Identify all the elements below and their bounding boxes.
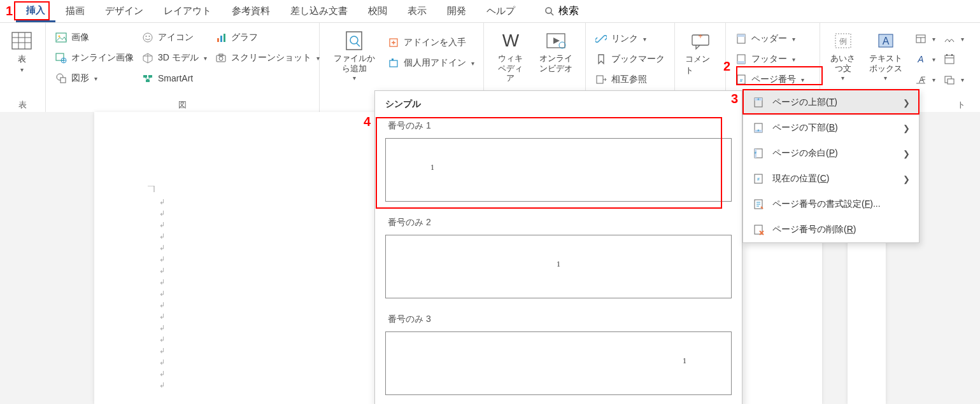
tab-developer[interactable]: 開発 — [437, 1, 476, 21]
gallery-item-2[interactable]: 番号のみ 2 1 — [375, 213, 742, 310]
shapes-button[interactable]: 図形▾ — [55, 70, 134, 87]
chevron-right-icon: ❯ — [903, 123, 910, 133]
svg-point-15 — [149, 36, 150, 37]
gallery-item-1-num: 1 — [430, 163, 434, 172]
submenu-top-of-page[interactable]: # ページの上部(T) ❯ — [743, 90, 919, 115]
bookmark-button[interactable]: ブックマーク — [595, 51, 665, 67]
tab-help[interactable]: ヘルプ — [476, 1, 525, 21]
page-number-button[interactable]: # ページ番号▾ — [735, 71, 804, 88]
gallery-item-1-preview: 1 — [385, 138, 732, 202]
link-button[interactable]: リンク▾ — [595, 31, 665, 47]
quick-parts-button[interactable]: ▾ — [914, 31, 935, 47]
submenu-current-position[interactable]: # 現在の位置(C) ❯ — [743, 166, 919, 192]
gallery-item-3[interactable]: 番号のみ 3 1 — [375, 310, 742, 404]
crossref-button[interactable]: 相互参照 — [595, 71, 665, 88]
svg-rect-40 — [737, 61, 745, 64]
chevron-down-icon: ▾ — [642, 36, 646, 43]
svg-text:#: # — [755, 151, 756, 155]
header-label: ヘッダー — [751, 33, 787, 45]
page-top-icon: # — [752, 96, 765, 109]
submenu-format[interactable]: ページ番号の書式設定(F)... — [743, 192, 919, 217]
search-icon — [544, 6, 555, 17]
pictures-button[interactable]: 画像 — [55, 29, 134, 46]
svg-rect-18 — [146, 80, 150, 82]
svg-rect-19 — [217, 38, 219, 42]
chevron-down-icon: ▾ — [931, 56, 935, 63]
3d-models-label: 3D モデル — [158, 52, 199, 64]
wordart-button[interactable]: A▾ — [914, 51, 935, 67]
datetime-icon — [943, 53, 956, 66]
group-label-illustrations: 図 — [51, 99, 314, 111]
svg-rect-2 — [12, 32, 31, 49]
page-number-submenu: # ページの上部(T) ❯ # ページの下部(B) ❯ # ページの余白(P) … — [742, 89, 920, 243]
tab-insert[interactable]: 挿入 — [16, 1, 55, 22]
svg-rect-60 — [948, 79, 954, 84]
svg-text:W: W — [502, 31, 520, 50]
submenu-bottom-label: ページの下部(B) — [772, 122, 838, 134]
object-button[interactable]: ▾ — [943, 71, 964, 88]
file-magnify-icon — [343, 29, 366, 52]
chevron-down-icon: ▾ — [202, 55, 207, 62]
submenu-bottom-of-page[interactable]: # ページの下部(B) ❯ — [743, 115, 919, 141]
camera-icon — [215, 52, 227, 64]
dropcap-button[interactable]: A▾ — [914, 71, 935, 88]
tab-view[interactable]: 表示 — [397, 1, 437, 21]
comment-button[interactable]: + コメント — [680, 27, 720, 79]
tab-draw[interactable]: 描画 — [55, 1, 95, 21]
crossref-icon — [595, 73, 607, 86]
smartart-button[interactable]: SmartArt — [141, 70, 207, 87]
chevron-down-icon: ▾ — [791, 36, 795, 43]
link-icon — [595, 32, 607, 45]
chevron-down-icon: ▾ — [93, 75, 97, 82]
tab-references[interactable]: 参考資料 — [222, 1, 280, 21]
tab-layout[interactable]: レイアウト — [153, 1, 222, 21]
chevron-down-icon: ▾ — [315, 55, 320, 62]
svg-text:例: 例 — [839, 37, 847, 46]
screenshot-button[interactable]: スクリーンショット▾ — [215, 50, 320, 66]
get-addins-button[interactable]: アドインを入手 — [387, 34, 474, 51]
datetime-button[interactable] — [943, 51, 964, 67]
annotation-2: 2 — [723, 59, 730, 74]
tab-review[interactable]: 校閲 — [358, 1, 397, 21]
chart-button[interactable]: グラフ — [215, 29, 320, 46]
chevron-down-icon: ▾ — [841, 74, 844, 81]
comment-label: コメント — [685, 53, 715, 76]
header-button[interactable]: ヘッダー▾ — [735, 31, 804, 47]
online-video-button[interactable]: オンラインビデオ — [532, 27, 580, 76]
footer-button[interactable]: フッター▾ — [735, 51, 804, 67]
tab-mailings[interactable]: 差し込み文書 — [280, 1, 358, 21]
video-icon — [544, 29, 567, 52]
submenu-page-margins[interactable]: # ページの余白(P) ❯ — [743, 141, 919, 166]
screenshot-label: スクリーンショット — [231, 52, 311, 64]
svg-rect-30 — [392, 59, 394, 60]
3d-models-button[interactable]: 3D モデル▾ — [141, 50, 207, 66]
svg-point-14 — [146, 36, 147, 37]
svg-line-27 — [357, 43, 360, 46]
svg-point-26 — [350, 36, 358, 44]
file-add-button[interactable]: ファイルから追加 ▾ — [325, 27, 383, 84]
gallery-item-1[interactable]: 番号のみ 1 1 — [375, 116, 742, 213]
signature-button[interactable]: ▾ — [943, 31, 964, 47]
chevron-down-icon: ▾ — [931, 36, 935, 43]
shapes-label: 図形 — [71, 73, 89, 84]
chevron-down-icon: ▾ — [353, 74, 356, 81]
svg-rect-12 — [60, 78, 66, 83]
search-box[interactable]: 検索 — [544, 4, 579, 18]
wordart-icon: A — [914, 53, 927, 66]
wikipedia-button[interactable]: W ウィキペディア — [489, 27, 532, 86]
submenu-remove[interactable]: ページ番号の削除(R) — [743, 217, 919, 242]
tab-design[interactable]: デザイン — [95, 1, 153, 21]
submenu-top-label: ページの上部(T) — [772, 97, 837, 108]
signature-icon — [943, 32, 956, 45]
svg-rect-17 — [148, 75, 152, 78]
annotation-1: 1 — [6, 4, 13, 18]
online-pictures-button[interactable]: オンライン画像 — [55, 50, 134, 66]
svg-rect-20 — [220, 36, 222, 42]
table-button[interactable]: 表 ▾ — [5, 27, 38, 76]
greeting-button[interactable]: 例 あいさつ文 ▾ — [825, 27, 860, 84]
gallery-item-3-num: 1 — [683, 356, 686, 366]
icons-button[interactable]: アイコン — [141, 29, 207, 46]
textbox-button[interactable]: A テキストボックス ▾ — [860, 27, 911, 84]
svg-rect-38 — [737, 34, 745, 37]
my-addins-button[interactable]: 個人用アドイン▾ — [387, 55, 474, 71]
